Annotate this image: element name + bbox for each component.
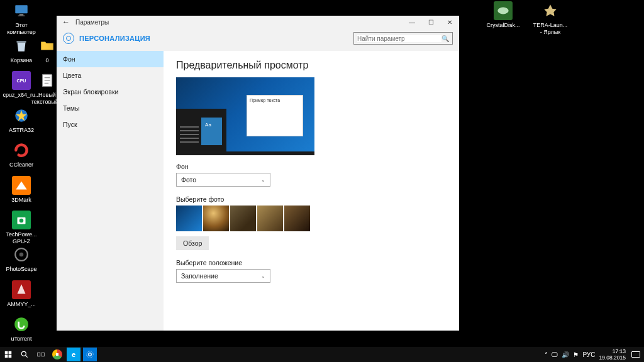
sidebar-item-label: Фон	[63, 55, 75, 63]
window-controls: — ☐ ✕	[402, 19, 459, 26]
browse-button[interactable]: Обзор	[176, 236, 209, 250]
svg-point-14	[497, 8, 508, 14]
minimize-button[interactable]: —	[402, 19, 421, 26]
tray-volume-icon[interactable]: 🔊	[562, 351, 569, 358]
sidebar-item-label: Экран блокировки	[63, 88, 118, 96]
tray-language[interactable]: РУС	[582, 351, 595, 358]
taskbar: e ˄ 🖵 🔊 ⚑ РУС 17:13 19.08.2015	[0, 347, 644, 362]
close-button[interactable]: ✕	[440, 19, 459, 26]
desktop-icon-photoscape[interactable]: PhotoScape	[3, 245, 40, 273]
choose-photo-label: Выберите фото	[176, 195, 447, 203]
photo-thumb-2[interactable]	[203, 206, 229, 231]
desktop-icon-crystaldisk[interactable]: CrystalDisk...	[484, 1, 522, 29]
sidebar-item-label: Пуск	[63, 121, 77, 128]
browse-button-label: Обзор	[183, 239, 202, 247]
3dmark-icon	[12, 176, 31, 195]
maximize-button[interactable]: ☐	[421, 19, 440, 26]
photo-thumb-3[interactable]	[230, 206, 256, 231]
action-center-button[interactable]	[631, 351, 640, 358]
crystaldisk-icon	[494, 1, 513, 20]
settings-heading: ПЕРСОНАЛИЗАЦИЯ	[79, 35, 353, 42]
tray-flag-icon[interactable]: ⚑	[573, 351, 579, 358]
svg-rect-0	[15, 5, 28, 13]
textfile-icon	[38, 71, 57, 90]
desktop-icon-label: ASTRA32	[3, 127, 40, 134]
tray-chevron-icon[interactable]: ˄	[545, 351, 548, 358]
utorrent-icon	[12, 315, 31, 334]
preview-startmenu: Aa	[176, 109, 226, 151]
svg-rect-18	[9, 355, 12, 358]
sidebar-item-start[interactable]: Пуск	[57, 116, 164, 133]
ccleaner-icon	[12, 141, 31, 160]
fit-dropdown[interactable]: Заполнение ⌄	[176, 269, 270, 283]
svg-point-8	[19, 253, 24, 257]
svg-rect-16	[9, 351, 12, 354]
settings-body: Фон Цвета Экран блокировки Темы Пуск Пре…	[57, 51, 459, 331]
chevron-down-icon: ⌄	[261, 177, 265, 183]
desktop-icon-label: PhotoScape	[3, 266, 40, 273]
search-box[interactable]: 🔍	[353, 32, 453, 45]
back-button[interactable]: ←	[57, 18, 75, 26]
background-dropdown[interactable]: Фото ⌄	[176, 173, 270, 187]
desktop-icon-label: uTorrent	[3, 336, 40, 343]
start-button[interactable]	[0, 347, 16, 362]
svg-rect-15	[5, 351, 8, 354]
taskbar-app-chrome[interactable]	[52, 349, 62, 359]
svg-line-20	[26, 356, 28, 358]
desktop-icon-3dmark[interactable]: 3DMark	[3, 176, 40, 204]
preview-accent-tile: Aa	[201, 118, 215, 131]
desktop-icon-astra32[interactable]: ASTRA32	[3, 106, 40, 134]
search-button[interactable]	[16, 347, 33, 362]
sidebar-item-background[interactable]: Фон	[57, 51, 164, 67]
settings-content: Предварительный просмотр Aa Пример текст…	[164, 51, 459, 331]
sidebar-item-colors[interactable]: Цвета	[57, 67, 164, 84]
window-title: Параметры	[75, 19, 402, 26]
settings-header: ПЕРСОНАЛИЗАЦИЯ 🔍	[57, 28, 459, 51]
taskbar-right: ˄ 🖵 🔊 ⚑ РУС 17:13 19.08.2015	[545, 348, 644, 361]
task-view-button[interactable]	[33, 347, 49, 362]
desktop-icon-ccleaner[interactable]: CCleaner	[3, 141, 40, 168]
svg-rect-22	[42, 353, 44, 356]
dropdown-value: Заполнение	[181, 272, 218, 280]
fit-label: Выберите положение	[176, 259, 447, 266]
tray-network-icon[interactable]: 🖵	[552, 351, 558, 358]
ammyy-icon	[12, 280, 31, 299]
svg-point-24	[87, 351, 94, 358]
sidebar-item-themes[interactable]: Темы	[57, 100, 164, 116]
desktop-icon-tera[interactable]: TERA-Laun...- Ярлык	[531, 1, 569, 36]
svg-rect-3	[16, 41, 26, 42]
taskbar-app-settings[interactable]	[83, 348, 97, 361]
background-label: Фон	[176, 163, 447, 170]
sidebar-item-lockscreen[interactable]: Экран блокировки	[57, 84, 164, 100]
search-input[interactable]	[357, 35, 441, 42]
photoscape-icon	[12, 245, 31, 264]
photo-thumbnails	[176, 206, 447, 231]
svg-rect-1	[19, 14, 24, 15]
svg-rect-21	[38, 353, 40, 356]
desktop-icon-gpuz[interactable]: TechPowe...GPU-Z	[3, 211, 40, 245]
desktop-icon-utorrent[interactable]: uTorrent	[3, 315, 40, 343]
settings-window: ← Параметры — ☐ ✕ ПЕРСОНАЛИЗАЦИЯ 🔍 Фон Ц…	[57, 16, 459, 331]
taskbar-time: 17:13	[599, 348, 626, 354]
desktop-icon-ammyy[interactable]: AMMYY_...	[3, 280, 40, 308]
svg-rect-17	[5, 355, 8, 358]
gear-icon	[63, 33, 74, 44]
photo-thumb-4[interactable]	[257, 206, 283, 231]
tera-icon	[541, 1, 560, 20]
taskbar-app-edge[interactable]: e	[67, 348, 80, 361]
preview-box: Aa Пример текста	[176, 77, 314, 155]
desktop-icon-label: CCleaner	[3, 162, 40, 168]
photo-thumb-5[interactable]	[284, 206, 310, 231]
preview-sample-text: Пример текста	[250, 98, 280, 102]
folder-icon	[38, 36, 57, 55]
desktop-icon-label: TechPowe...GPU-Z	[3, 231, 40, 245]
preview-sample-window: Пример текста	[247, 95, 303, 136]
taskbar-date: 19.08.2015	[599, 354, 626, 361]
svg-rect-2	[18, 16, 25, 16]
sidebar-item-label: Цвета	[63, 72, 81, 79]
desktop-icon-this-pc[interactable]: Этоткомпьютер	[3, 1, 40, 36]
photo-thumb-1[interactable]	[176, 206, 202, 231]
chevron-down-icon: ⌄	[261, 273, 265, 279]
gpuz-icon	[12, 211, 31, 229]
taskbar-clock[interactable]: 17:13 19.08.2015	[599, 348, 626, 361]
